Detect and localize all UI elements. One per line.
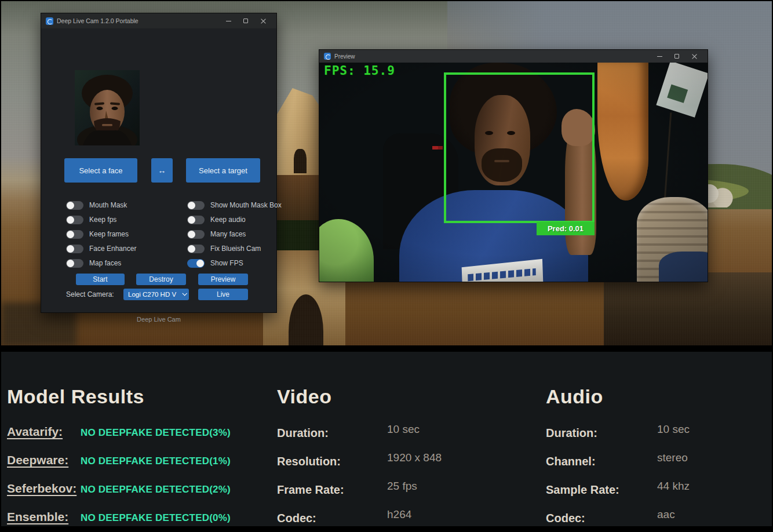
- preview-minimize-button[interactable]: [651, 50, 668, 62]
- model-result-value: NO DEEPFAKE DETECTED(0%): [81, 512, 231, 524]
- toggle-switch[interactable]: [66, 216, 83, 224]
- audio-samplerate-value: 44 khz: [657, 480, 690, 493]
- close-icon: [261, 19, 266, 24]
- toggle-knob: [67, 216, 74, 224]
- chevron-down-icon: [182, 291, 187, 296]
- video-duration-label: Duration:: [277, 427, 387, 440]
- toggle-label: Keep fps: [89, 216, 116, 224]
- audio-info-row: Duration: 10 sec: [546, 427, 690, 440]
- fps-readout: FPS: 15.9: [324, 64, 395, 78]
- audio-heading: Audio: [546, 385, 603, 408]
- preview-button[interactable]: Preview: [198, 274, 248, 285]
- toggle-label: Mouth Mask: [89, 201, 127, 209]
- model-link-avatarify[interactable]: Avatarify:: [7, 425, 81, 439]
- model-result-row: Avatarify: NO DEEPFAKE DETECTED(3%): [7, 425, 231, 439]
- video-framerate-value: 25 fps: [387, 480, 417, 493]
- toggle-mouth-mask[interactable]: Mouth Mask: [66, 200, 127, 210]
- toggle-knob: [67, 202, 74, 209]
- toggle-switch[interactable]: [187, 259, 205, 268]
- toggle-switch[interactable]: [66, 230, 83, 239]
- video-codec-label: Codec:: [277, 512, 387, 525]
- toggle-switch[interactable]: [66, 245, 83, 253]
- model-link-seferbekov[interactable]: Seferbekov:: [7, 482, 81, 495]
- toggle-map-faces[interactable]: Map faces: [66, 258, 121, 268]
- minimize-icon: [657, 56, 662, 57]
- video-duration-value: 10 sec: [387, 423, 420, 436]
- app-window-title: Deep Live Cam 1.2.0 Portable: [57, 17, 138, 24]
- minimize-button[interactable]: [220, 15, 237, 27]
- toggle-label: Keep audio: [210, 216, 246, 224]
- toggle-label: Fix Blueish Cam: [210, 245, 261, 253]
- toggle-keep-frames[interactable]: Keep frames: [66, 229, 129, 239]
- preview-maximize-button[interactable]: [668, 50, 686, 62]
- toggle-knob: [67, 231, 74, 238]
- toggle-knob: [188, 216, 195, 224]
- model-link-ensemble[interactable]: Ensemble:: [7, 510, 81, 524]
- swap-faces-button[interactable]: ↔: [151, 158, 173, 183]
- camera-dropdown[interactable]: Logi C270 HD V: [123, 289, 189, 300]
- audio-duration-value: 10 sec: [657, 423, 690, 436]
- model-result-value: NO DEEPFAKE DETECTED(2%): [81, 484, 231, 495]
- video-heading: Video: [277, 385, 331, 408]
- video-info-row: Frame Rate: 25 fps: [277, 483, 417, 497]
- maximize-icon: [243, 19, 248, 23]
- deep-live-cam-app-icon: [46, 17, 53, 25]
- preview-window-controls: [651, 50, 703, 62]
- preview-close-button[interactable]: [686, 50, 703, 62]
- video-framerate-label: Frame Rate:: [277, 483, 387, 497]
- select-target-button[interactable]: Select a target: [186, 158, 260, 183]
- audio-channel-value: stereo: [657, 451, 688, 464]
- preview-app-icon: [324, 53, 331, 60]
- toggle-switch[interactable]: [187, 216, 205, 224]
- toggle-label: Keep frames: [89, 230, 129, 238]
- video-resolution-label: Resolution:: [277, 455, 387, 468]
- toggle-label: Show FPS: [210, 259, 243, 267]
- video-info-row: Codec: h264: [277, 512, 411, 525]
- model-link-deepware[interactable]: Deepware:: [7, 453, 81, 467]
- audio-codec-label: Codec:: [546, 512, 657, 525]
- select-face-button[interactable]: Select a face: [64, 158, 137, 183]
- toggle-switch[interactable]: [187, 201, 205, 210]
- toggle-label: Map faces: [89, 259, 121, 267]
- toggle-many-faces[interactable]: Many faces: [187, 229, 246, 239]
- toggle-switch[interactable]: [187, 245, 205, 253]
- model-result-row: Deepware: NO DEEPFAKE DETECTED(1%): [7, 453, 231, 467]
- toggle-switch[interactable]: [66, 201, 83, 210]
- video-info-row: Duration: 10 sec: [277, 427, 420, 440]
- toggle-face-enhancer[interactable]: Face Enhancer: [66, 243, 136, 254]
- maximize-button[interactable]: [237, 15, 254, 27]
- results-panel: Model Results Avatarify: NO DEEPFAKE DET…: [1, 352, 772, 526]
- audio-channel-label: Channel:: [546, 455, 657, 468]
- toggle-knob: [67, 260, 74, 267]
- camera-dropdown-value: Logi C270 HD V: [128, 291, 176, 298]
- toggle-show-mouth-mask-box[interactable]: Show Mouth Mask Box: [187, 200, 282, 210]
- preview-window: Preview: [319, 49, 708, 282]
- model-result-value: NO DEEPFAKE DETECTED(3%): [81, 427, 231, 439]
- live-button[interactable]: Live: [198, 289, 248, 300]
- maximize-icon: [674, 54, 679, 59]
- destroy-button[interactable]: Destroy: [136, 274, 186, 285]
- video-info-row: Resolution: 1920 x 848: [277, 455, 442, 468]
- toggle-fix-blueish-cam[interactable]: Fix Blueish Cam: [187, 243, 261, 254]
- toggle-label: Face Enhancer: [89, 245, 136, 253]
- minimize-icon: [226, 21, 231, 21]
- toggle-switch[interactable]: [187, 230, 205, 239]
- toggle-keep-fps[interactable]: Keep fps: [66, 214, 116, 225]
- prediction-badge: Pred: 0.01: [537, 222, 595, 235]
- preview-titlebar[interactable]: Preview: [319, 50, 708, 63]
- toggle-switch[interactable]: [66, 259, 83, 268]
- close-icon: [692, 54, 697, 59]
- audio-info-row: Codec: aac: [546, 512, 675, 525]
- preview-window-title: Preview: [334, 53, 355, 60]
- app-footer-text: Deep Live Cam: [41, 316, 276, 323]
- audio-info-row: Sample Rate: 44 khz: [546, 483, 690, 497]
- app-body: Select a face ↔ Select a target Mouth Ma…: [41, 28, 276, 312]
- screen: Deep Live Cam 1.2.0 Portable: [0, 0, 773, 532]
- app-titlebar[interactable]: Deep Live Cam 1.2.0 Portable: [41, 13, 276, 28]
- toggle-show-fps[interactable]: Show FPS: [187, 258, 243, 268]
- window-controls: [220, 15, 272, 27]
- toggle-keep-audio[interactable]: Keep audio: [187, 214, 246, 225]
- close-button[interactable]: [254, 15, 272, 27]
- toggle-knob: [188, 202, 195, 209]
- start-button[interactable]: Start: [76, 274, 125, 285]
